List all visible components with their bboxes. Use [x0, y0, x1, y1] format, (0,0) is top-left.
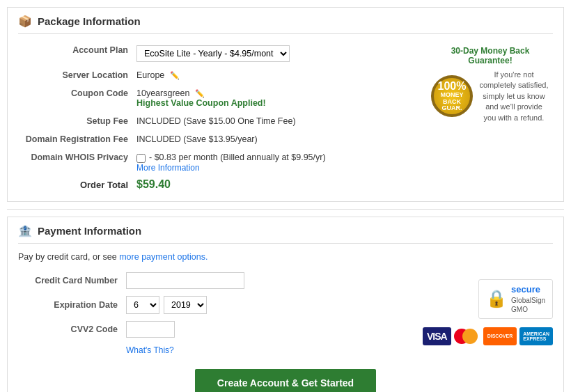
setup-fee-row: Setup Fee INCLUDED (Save $15.00 One Time…: [18, 113, 421, 126]
payment-security: 🔒 secure GlobalSign GMO VISA DISCOVER AM…: [414, 272, 553, 355]
secure-text: secure GlobalSign GMO: [511, 284, 545, 314]
account-plan-label: Account Plan: [18, 42, 136, 55]
cc-number-label: Credit Card Number: [18, 276, 126, 285]
server-location-row: Server Location Europe ✏️: [18, 68, 421, 80]
cc-number-input[interactable]: [126, 272, 244, 289]
discover-icon: DISCOVER: [483, 327, 517, 345]
order-total-label: Order Total: [18, 180, 136, 190]
whats-this-link[interactable]: What's This?: [126, 345, 174, 355]
payment-note: Pay by credit card, or see more payment …: [18, 252, 553, 262]
card-icons: VISA DISCOVER AMERICANEXPRESS: [423, 327, 553, 345]
cvv2-row: CVV2 Code: [18, 321, 403, 338]
coupon-edit-icon[interactable]: ✏️: [195, 89, 205, 97]
account-plan-select[interactable]: EcoSite Lite - Yearly - $4.95/month EcoS…: [136, 45, 290, 62]
expiration-row: Expiration Date 1 2 3 4 5 6 7 8 9 10 11: [18, 296, 403, 314]
domain-whois-label: Domain WHOIS Privacy: [18, 150, 136, 162]
visa-icon: VISA: [423, 327, 451, 345]
cvv2-label: CVV2 Code: [18, 324, 126, 334]
domain-whois-checkbox[interactable]: [136, 154, 146, 163]
secure-badge: 🔒 secure GlobalSign GMO: [478, 279, 553, 319]
domain-reg-row: Domain Registration Fee INCLUDED (Save $…: [18, 132, 421, 144]
more-info-link[interactable]: More Information: [136, 163, 200, 173]
domain-reg-value: INCLUDED (Save $13.95/year): [136, 132, 421, 144]
order-total-value: $59.40: [136, 178, 171, 191]
expiration-year-select[interactable]: 2019 2020 2021 2022 2023 2024 2025 2026 …: [164, 296, 207, 314]
expiration-label: Expiration Date: [18, 300, 126, 310]
bank-icon: 🏦: [18, 224, 32, 237]
coupon-code-value: 10yearsgreen ✏️ Highest Value Coupon App…: [136, 86, 421, 108]
create-account-button[interactable]: Create Account & Get Started: [195, 369, 376, 392]
server-location-value: Europe ✏️: [136, 68, 421, 80]
coupon-code-row: Coupon Code 10yearsgreen ✏️ Highest Valu…: [18, 86, 421, 108]
server-location-label: Server Location: [18, 68, 136, 80]
money-back-title: 30-Day Money Back Guarantee!: [431, 46, 549, 65]
badge-text: MONEYBACKGUAR.: [440, 92, 463, 113]
domain-whois-value: - $0.83 per month (Billed annually at $9…: [136, 150, 421, 173]
mastercard-icon: [454, 327, 480, 345]
setup-fee-value: INCLUDED (Save $15.00 One Time Fee): [136, 113, 421, 126]
whats-this-row: What's This?: [126, 345, 403, 355]
coupon-code-label: Coupon Code: [18, 86, 136, 98]
payment-section: 🏦 Payment Information Pay by credit card…: [7, 217, 564, 392]
cc-number-field: [126, 272, 244, 289]
domain-whois-text: - $0.83 per month (Billed annually at $9…: [149, 152, 326, 162]
coupon-applied-text: Highest Value Coupon Applied!: [136, 98, 266, 108]
setup-fee-label: Setup Fee: [18, 113, 136, 126]
package-section: 📦 Package Information Account Plan EcoSi…: [7, 7, 564, 202]
server-location-edit-icon[interactable]: ✏️: [170, 71, 180, 79]
cc-number-row: Credit Card Number: [18, 272, 403, 289]
more-payment-options-link[interactable]: more payment options.: [119, 252, 208, 262]
expiration-month-select[interactable]: 1 2 3 4 5 6 7 8 9 10 11 12: [126, 296, 159, 314]
account-plan-value: EcoSite Lite - Yearly - $4.95/month EcoS…: [136, 42, 421, 62]
badge-percentage: 100%: [438, 81, 467, 92]
money-back-description: If you're not completely satisfied, simp…: [478, 70, 549, 123]
cvv2-input[interactable]: [126, 321, 175, 338]
package-section-title: Package Information: [38, 15, 141, 27]
cvv2-field: [126, 321, 175, 338]
payment-section-title: Payment Information: [38, 225, 141, 237]
expiration-fields: 1 2 3 4 5 6 7 8 9 10 11 12 2019: [126, 296, 207, 314]
submit-area: Create Account & Get Started: [18, 369, 553, 392]
amex-icon: AMERICANEXPRESS: [519, 327, 553, 345]
money-back-badge: 100% MONEYBACKGUAR.: [431, 75, 473, 117]
package-icon: 📦: [18, 15, 32, 28]
package-section-header: 📦 Package Information: [18, 15, 553, 34]
domain-reg-label: Domain Registration Fee: [18, 132, 136, 144]
order-total-row: Order Total $59.40: [18, 178, 421, 191]
lock-icon: 🔒: [486, 289, 507, 308]
account-plan-row: Account Plan EcoSite Lite - Yearly - $4.…: [18, 42, 421, 62]
payment-section-header: 🏦 Payment Information: [18, 224, 553, 244]
money-back-guarantee: 30-Day Money Back Guarantee! 100% MONEYB…: [428, 42, 553, 191]
domain-whois-row: Domain WHOIS Privacy - $0.83 per month (…: [18, 150, 421, 173]
